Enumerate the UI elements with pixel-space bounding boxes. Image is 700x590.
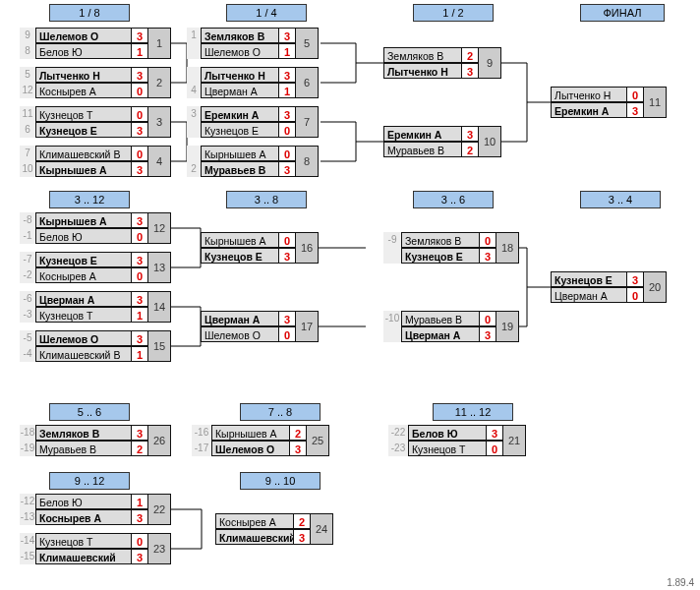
score: 3 [132,509,148,525]
player-name: Шелемов О [35,330,132,346]
score: 3 [279,161,296,177]
player-name: Коснырев А [35,267,132,283]
bracket-header: 3 .. 12 [49,191,130,208]
match-number: 21 [503,425,526,456]
seed: -4 [20,346,35,362]
match: 3Еремкин А3Кузнецов Е07 [187,106,319,138]
match: -8Кырнышев А3-1Белов Ю012 [20,212,171,244]
match: 7Климашевский В010Кырнышев А34 [20,146,171,177]
score: 0 [132,267,148,283]
score: 0 [279,146,296,161]
player-name: Земляков В [201,28,279,43]
match: Кырнышев А02Муравьев В38 [187,146,319,177]
score: 0 [480,311,496,326]
match-number: 14 [148,291,171,323]
player-name: Коснырев А [35,509,132,525]
match: -18Земляков В3-19Муравьев В226 [20,425,171,456]
score: 3 [132,67,148,83]
seed: -15 [20,549,35,564]
player-name: Лытченко Н [201,67,279,83]
score: 1 [132,346,148,362]
score: 1 [132,43,148,59]
match: Кузнецов Е3Цверман А020 [551,271,667,303]
match-number: 11 [644,87,667,118]
score: 1 [132,307,148,323]
seed: -23 [388,441,408,456]
match-number: 5 [296,28,319,59]
match-number: 26 [148,425,171,456]
player-name: Кузнецов Т [408,441,487,456]
score: 0 [279,232,296,248]
match: -16Кырнышев А2-17Шелемов О325 [192,425,329,456]
player-name: Лытченко Н [35,67,132,83]
score: 3 [279,311,296,326]
score: 3 [132,122,148,138]
seed: -8 [20,212,35,228]
round-header: ФИНАЛ [580,4,665,22]
seed: 8 [20,43,35,59]
match: Лытченко Н34Цверман А16 [187,67,319,98]
match-number: 22 [148,494,171,525]
seed: -19 [20,441,35,456]
player-name: Белов Ю [35,43,132,59]
player-name: Кырнышев А [201,146,279,161]
score: 0 [487,441,503,456]
match-number: 7 [296,106,319,138]
round-header: 1 / 2 [413,4,494,22]
seed: -2 [20,267,35,283]
seed: 2 [187,161,201,177]
match-number: 12 [148,212,171,244]
match-number: 9 [479,47,501,79]
match: 11Кузнецов Т06Кузнецов Е33 [20,106,171,138]
match-number: 24 [311,513,333,545]
score: 3 [480,326,496,342]
player-name: Кузнецов Е [201,122,279,138]
bracket-header: 3 .. 6 [413,191,494,208]
score: 0 [132,533,148,549]
score: 3 [279,248,296,264]
match: -7Кузнецов Е3-2Коснырев А013 [20,252,171,283]
player-name: Лытченко Н [383,63,462,79]
player-name: Коснырев А [35,83,132,98]
score: 3 [462,63,479,79]
score: 0 [627,87,644,102]
score: 2 [294,513,311,529]
match-number: 25 [307,425,329,456]
match-number: 17 [296,311,319,342]
bracket-header: 3 .. 8 [226,191,307,208]
seed [383,248,401,264]
score: 2 [462,47,479,63]
player-name: Еремкин А [201,106,279,122]
match: Коснырев А2Климашевский324 [202,513,333,545]
bracket-header: 7 .. 8 [240,403,321,421]
match-number: 8 [296,146,319,177]
match-number: 20 [644,271,667,303]
match-number: 18 [496,232,519,264]
match: Земляков В2Лытченко Н39 [383,47,501,79]
player-name: Кузнецов Е [201,248,279,264]
score: 0 [279,122,296,138]
player-name: Кырнышев А [35,212,132,228]
score: 0 [279,326,296,342]
player-name: Кузнецов Е [401,248,480,264]
seed: -13 [20,509,35,525]
player-name: Климашевский В [35,146,132,161]
seed: 1 [187,28,201,43]
seed: 4 [187,83,201,98]
player-name: Шелемов О [201,326,279,342]
seed: 9 [20,28,35,43]
seed [187,43,201,59]
player-name: Земляков В [401,232,480,248]
score: 3 [132,425,148,441]
score: 0 [132,83,148,98]
match-number: 4 [148,146,171,177]
seed: -7 [20,252,35,267]
score: 0 [132,146,148,161]
match: -10Муравьев В0Цверман А319 [383,311,519,342]
seed: -22 [388,425,408,441]
player-name: Кырнышев А [35,161,132,177]
seed: -3 [20,307,35,323]
score: 3 [132,252,148,267]
match-number: 15 [148,330,171,362]
player-name: Кузнецов Т [35,307,132,323]
